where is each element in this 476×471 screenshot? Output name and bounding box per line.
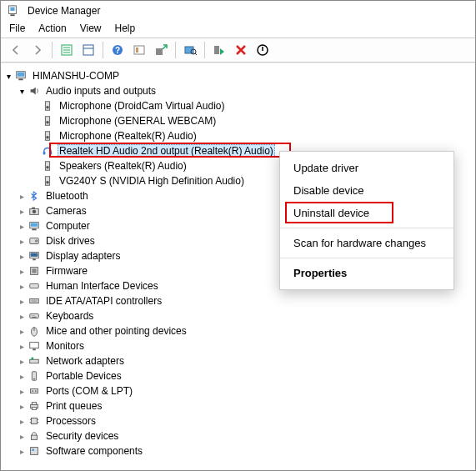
tree-device-row[interactable]: Microphone (DroidCam Virtual Audio): [3, 98, 475, 113]
computer-icon: [28, 219, 41, 233]
svg-rect-1: [10, 8, 14, 11]
tree-category-row[interactable]: Security devices: [3, 428, 475, 443]
expand-icon[interactable]: [16, 267, 28, 276]
svg-rect-70: [32, 418, 38, 424]
expand-icon[interactable]: [16, 327, 28, 336]
category-label: Keyboards: [44, 310, 95, 322]
svg-rect-17: [214, 46, 219, 54]
expand-icon[interactable]: [16, 342, 28, 351]
tree-category-row[interactable]: IDE ATA/ATAPI controllers: [3, 293, 475, 308]
svg-point-31: [46, 166, 49, 169]
scan-hardware-button[interactable]: [180, 41, 200, 59]
tree-category-row[interactable]: Network adapters: [3, 353, 475, 368]
svg-rect-46: [32, 268, 36, 273]
svg-point-54: [34, 315, 35, 316]
category-label: Network adapters: [44, 355, 126, 367]
svg-rect-13: [156, 48, 163, 55]
category-label: Cameras: [44, 205, 88, 217]
ctx-disable-device[interactable]: Disable device: [280, 179, 453, 202]
tree-category-row[interactable]: Processors: [3, 413, 475, 428]
tree-root-label: HIMANSHU-COMP: [31, 70, 121, 82]
speaker-icon: [41, 114, 54, 128]
expand-icon[interactable]: [16, 282, 28, 291]
separator: [280, 258, 453, 258]
forward-button[interactable]: [28, 41, 48, 59]
tree-device-row[interactable]: Microphone (GENERAL WEBCAM): [3, 113, 475, 128]
menu-file[interactable]: File: [9, 23, 25, 34]
svg-rect-77: [32, 448, 34, 451]
window-title: Device Manager: [28, 5, 100, 17]
monitor-icon: [28, 339, 41, 353]
tree-root-row[interactable]: HIMANSHU-COMP: [3, 68, 475, 83]
tree-device-row[interactable]: Microphone (Realtek(R) Audio): [3, 128, 475, 143]
expand-icon[interactable]: [16, 192, 28, 201]
expand-icon[interactable]: [16, 432, 28, 441]
svg-rect-48: [30, 298, 39, 303]
update-driver-button[interactable]: [151, 41, 171, 59]
expand-icon[interactable]: [16, 387, 28, 396]
properties-button[interactable]: [78, 41, 98, 59]
expand-icon[interactable]: [16, 252, 28, 261]
svg-rect-36: [32, 208, 35, 209]
expand-icon[interactable]: [16, 237, 28, 246]
tree-category-row[interactable]: Portable Devices: [3, 368, 475, 383]
expand-icon[interactable]: [16, 207, 28, 216]
category-label: Security devices: [44, 430, 120, 442]
category-label: Monitors: [44, 340, 86, 352]
tree-category-audio[interactable]: Audio inputs and outputs: [3, 83, 475, 98]
menu-help[interactable]: Help: [115, 23, 136, 34]
network-icon: [28, 354, 41, 368]
expand-icon[interactable]: [16, 87, 28, 96]
back-button[interactable]: [6, 41, 26, 59]
category-label: Portable Devices: [44, 370, 123, 382]
titlebar: Device Manager: [1, 1, 475, 21]
ctx-scan-hardware[interactable]: Scan for hardware changes: [280, 232, 453, 254]
device-label: Microphone (GENERAL WEBCAM): [58, 115, 218, 127]
svg-rect-44: [33, 259, 36, 261]
svg-rect-28: [43, 152, 46, 155]
menu-action[interactable]: Action: [38, 23, 66, 34]
ctx-uninstall-device[interactable]: Uninstall device: [280, 202, 453, 224]
disable-device-button[interactable]: [253, 41, 273, 59]
tree-category-row[interactable]: Print queues: [3, 398, 475, 413]
expand-icon[interactable]: [16, 417, 28, 426]
device-label: Speakers (Realtek(R) Audio): [58, 160, 188, 172]
help-button[interactable]: ?: [108, 41, 128, 59]
separator: [280, 228, 453, 228]
svg-point-27: [46, 136, 49, 139]
ctx-properties[interactable]: Properties: [280, 262, 453, 284]
device-tree[interactable]: HIMANSHU-COMP Audio inputs and outputs M…: [1, 63, 475, 467]
computer-icon: [14, 69, 28, 83]
category-label: Computer: [44, 220, 92, 232]
firmware-icon: [28, 264, 41, 278]
menubar: File Action View Help: [1, 21, 475, 38]
enable-device-button[interactable]: [209, 41, 229, 59]
svg-rect-59: [33, 349, 36, 351]
expand-icon[interactable]: [16, 372, 28, 381]
show-hide-console-tree-button[interactable]: [57, 41, 77, 59]
menu-view[interactable]: View: [80, 23, 102, 34]
expand-icon[interactable]: [16, 447, 28, 456]
ctx-update-driver[interactable]: Update driver: [280, 157, 453, 179]
tree-category-row[interactable]: Mice and other pointing devices: [3, 323, 475, 338]
app-icon: [6, 4, 19, 18]
expand-icon[interactable]: [16, 402, 28, 411]
expand-icon[interactable]: [16, 297, 28, 306]
portable-icon: [28, 369, 41, 383]
action-button[interactable]: [129, 41, 149, 59]
tree-category-row[interactable]: Ports (COM & LPT): [3, 383, 475, 398]
svg-rect-11: [134, 46, 144, 54]
svg-point-35: [33, 210, 36, 213]
expand-icon[interactable]: [3, 72, 14, 81]
expand-icon[interactable]: [16, 222, 28, 231]
tree-category-row[interactable]: Monitors: [3, 338, 475, 353]
device-label: Microphone (Realtek(R) Audio): [58, 130, 198, 142]
expand-icon[interactable]: [16, 357, 28, 366]
expand-icon[interactable]: [16, 312, 28, 321]
tree-category-row[interactable]: Software components: [3, 443, 475, 458]
svg-rect-43: [31, 253, 38, 257]
separator: [52, 42, 53, 58]
bluetooth-icon: [28, 189, 41, 203]
uninstall-button[interactable]: [231, 41, 251, 59]
tree-category-row[interactable]: Keyboards: [3, 308, 475, 323]
